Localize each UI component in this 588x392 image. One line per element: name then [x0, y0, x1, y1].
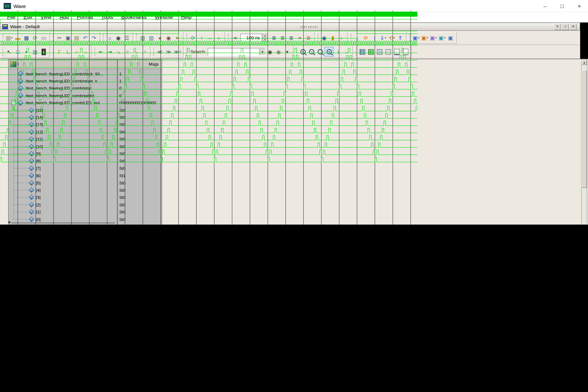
maximize-button[interactable]: □ — [554, 0, 570, 12]
pane-close-button[interactable]: × — [570, 24, 577, 30]
vertical-scrollbar[interactable]: ▲ ▼ — [581, 59, 587, 224]
window-title: Wave — [14, 3, 26, 9]
app-icon — [4, 3, 11, 9]
pane-layout-icon: ▣ — [430, 35, 435, 40]
pane-buttons: + ▫ × — [554, 24, 576, 30]
chevron-down-icon: ▾ — [426, 36, 428, 39]
pane-dock-icon: ▣ — [422, 35, 426, 40]
pane-group-icon: ▣ — [439, 35, 444, 40]
chevron-down-icon: ▾ — [418, 36, 419, 39]
chevron-down-icon: ▾ — [444, 36, 445, 39]
pane-split-button[interactable]: ▣ — [446, 33, 455, 42]
pane-split-icon: ▣ — [448, 35, 453, 40]
chevron-down-icon: ▾ — [436, 36, 437, 39]
vertical-scroll-thumb[interactable] — [582, 70, 587, 188]
pane-undock-button[interactable]: ▫ — [562, 24, 569, 30]
window-controls: – □ × — [536, 0, 588, 12]
pane-group-button[interactable]: ▣▾ — [438, 33, 446, 42]
close-button[interactable]: × — [571, 0, 588, 12]
scale-wrapper: Wave – □ × FileEditViewAddFormatToolsBoo… — [0, 0, 588, 224]
wave-window: Wave – □ × FileEditViewAddFormatToolsBoo… — [0, 0, 588, 224]
title-bar: Wave – □ × — [0, 0, 588, 12]
waveform-panel[interactable] — [0, 0, 418, 224]
minimize-button[interactable]: – — [536, 0, 554, 12]
waveform-canvas[interactable] — [0, 10, 417, 224]
pane-zoom-button[interactable]: + — [554, 24, 561, 30]
pane-dock-button[interactable]: ▣▾ — [420, 33, 429, 42]
pane-layout-button[interactable]: ▣▾ — [429, 33, 438, 42]
scroll-up-button[interactable]: ▲ — [582, 60, 587, 65]
